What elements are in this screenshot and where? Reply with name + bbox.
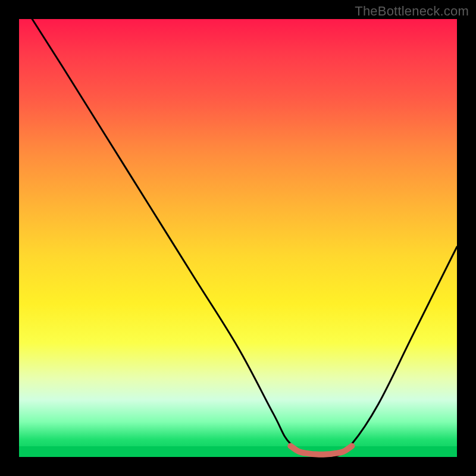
chart-svg xyxy=(19,19,457,457)
optimal-range-marker xyxy=(290,446,352,455)
watermark-text: TheBottleneck.com xyxy=(355,4,469,19)
bottleneck-curve-path xyxy=(32,19,457,459)
chart-plot-area xyxy=(19,19,457,457)
